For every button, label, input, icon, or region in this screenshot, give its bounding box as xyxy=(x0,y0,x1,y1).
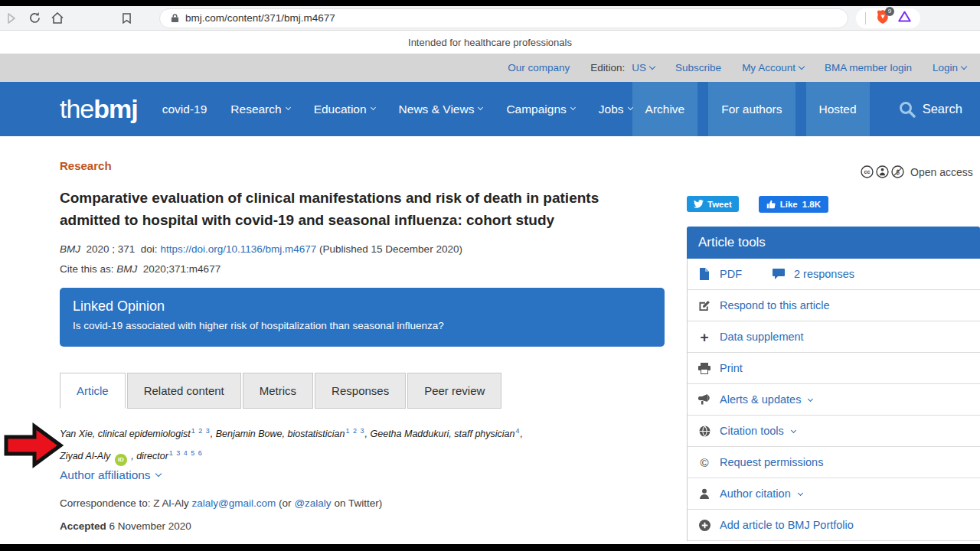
journal-name: BMJ xyxy=(60,243,80,255)
data-supplement-link[interactable]: + Data supplement xyxy=(697,330,804,344)
subscribe-link[interactable]: Subscribe xyxy=(675,62,721,73)
author-2-affiliation-sups[interactable]: 1 2 3 xyxy=(346,427,365,435)
globe-icon xyxy=(699,425,710,437)
address-bar[interactable]: bmj.com/content/371/bmj.m4677 xyxy=(159,8,848,28)
article-tools-panel: Article tools PDF 2 responses Respond to… xyxy=(687,227,980,541)
thumbs-up-icon xyxy=(766,200,776,209)
year-volume: 2020 ; 371 xyxy=(87,243,136,255)
annotation-arrow-icon xyxy=(3,422,64,468)
tweet-button[interactable]: Tweet xyxy=(687,196,739,212)
author-1-affiliation-sups[interactable]: 1 2 3 xyxy=(191,427,211,435)
login-label: Login xyxy=(933,62,958,73)
nav-news-views[interactable]: News & Views xyxy=(399,103,483,116)
tools-row-alerts: Alerts & updates xyxy=(688,384,980,416)
article-tabs: Article Related content Metrics Response… xyxy=(60,373,501,409)
bma-member-login-link[interactable]: BMA member login xyxy=(825,62,912,73)
logo-bmj: bmj xyxy=(93,94,137,123)
chevron-down-icon xyxy=(649,63,655,69)
my-account-dropdown[interactable]: My Account xyxy=(742,62,804,73)
author-4-name: Ziyad Al-Aly xyxy=(60,451,110,461)
utility-nav: Our company Edition: US Subscribe My Acc… xyxy=(0,54,980,82)
pdf-label: PDF xyxy=(720,268,742,280)
author-4-role: , director xyxy=(131,451,168,461)
author-affiliations-toggle[interactable]: Author affiliations xyxy=(60,468,161,482)
tab-related-content[interactable]: Related content xyxy=(127,373,241,409)
tools-row-author-citation: Author citation xyxy=(688,478,980,510)
tab-peer-review[interactable]: Peer review xyxy=(407,373,501,409)
alerts-updates-dropdown[interactable]: Alerts & updates xyxy=(697,393,812,406)
tools-row-respond: Respond to this article xyxy=(688,290,980,321)
correspondence-twitter-link[interactable]: @zalaly xyxy=(294,497,331,509)
author-3-name: Geetha Maddukuri, staff physician xyxy=(371,429,515,439)
speech-bubble-icon xyxy=(773,269,785,279)
forward-button[interactable] xyxy=(0,8,23,29)
search-button[interactable]: Search xyxy=(899,101,962,118)
orcid-icon[interactable]: iD xyxy=(115,454,127,466)
nav-covid19[interactable]: covid-19 xyxy=(162,103,207,116)
share-row: Tweet Like 1.8K xyxy=(687,196,828,213)
published-date: (Published 15 December 2020) xyxy=(319,243,462,255)
pdf-link[interactable]: PDF xyxy=(697,268,742,280)
shield-extension-button[interactable]: 9 xyxy=(877,10,889,27)
url-text: bmj.com/content/371/bmj.m4677 xyxy=(185,12,335,24)
facebook-like-button[interactable]: Like 1.8K xyxy=(759,196,828,213)
nav-campaigns[interactable]: Campaigns xyxy=(506,103,574,116)
reload-icon xyxy=(29,12,41,24)
tools-row-portfolio: Add article to BMJ Portfolio xyxy=(688,510,980,541)
doi-link[interactable]: https://doi.org/10.1136/bmj.m4677 xyxy=(160,243,316,255)
cite-as-line: Cite this as: BMJ 2020;371:m4677 xyxy=(60,263,220,275)
correspondence-mid: (or xyxy=(279,497,292,509)
home-icon xyxy=(51,12,64,24)
tools-row-pdf-responses: PDF 2 responses xyxy=(688,259,980,290)
section-label[interactable]: Research xyxy=(60,159,112,172)
hcp-banner: Intended for healthcare professionals xyxy=(0,31,980,54)
like-count: 1.8K xyxy=(802,200,821,209)
nav-education[interactable]: Education xyxy=(314,103,375,116)
author-2: Benjamin Bowe, biostatistician1 2 3, xyxy=(216,429,371,439)
bookmark-button[interactable] xyxy=(115,8,138,29)
home-button[interactable] xyxy=(46,8,69,29)
nav-hosted[interactable]: Hosted xyxy=(806,82,870,136)
nav-archive[interactable]: Archive xyxy=(632,82,698,136)
logo-the: the xyxy=(60,94,93,123)
edition-dropdown[interactable]: Edition: US xyxy=(590,62,655,73)
citation-tools-dropdown[interactable]: Citation tools xyxy=(697,425,795,437)
nav-boxes: Archive For authors Hosted xyxy=(632,82,870,136)
chevron-down-icon xyxy=(155,471,161,477)
top-letterbox xyxy=(0,0,980,6)
chevron-down-icon xyxy=(570,105,576,110)
nav-research[interactable]: Research xyxy=(230,103,289,116)
subscribe-label: Subscribe xyxy=(675,62,721,73)
nav-research-label: Research xyxy=(230,103,281,116)
login-dropdown[interactable]: Login xyxy=(933,62,966,73)
brave-logo-button[interactable] xyxy=(898,11,911,25)
chevron-down-icon xyxy=(371,105,376,110)
print-link[interactable]: Print xyxy=(697,362,743,374)
author-citation-dropdown[interactable]: Author citation xyxy=(697,487,802,500)
our-company-link[interactable]: Our company xyxy=(508,62,570,73)
nav-for-authors-label: For authors xyxy=(721,103,782,116)
add-to-portfolio-link[interactable]: Add article to BMJ Portfolio xyxy=(697,519,854,531)
reload-button[interactable] xyxy=(23,8,46,29)
author-4-affiliation-sups[interactable]: 1 3 4 5 6 xyxy=(169,449,203,457)
like-label: Like xyxy=(780,200,798,209)
request-permissions-link[interactable]: © Request permissions xyxy=(697,456,823,468)
nav-for-authors[interactable]: For authors xyxy=(708,82,795,136)
separator: , xyxy=(365,429,371,439)
linked-opinion-box[interactable]: Linked Opinion Is covid-19 associated wi… xyxy=(60,288,665,347)
responses-link[interactable]: 2 responses xyxy=(771,268,854,280)
correspondence-suffix: on Twitter) xyxy=(334,497,382,509)
bmj-logo[interactable]: thebmj xyxy=(60,94,138,124)
tools-row-data-supplement: + Data supplement xyxy=(688,321,980,353)
tab-metrics[interactable]: Metrics xyxy=(243,373,313,409)
respond-link[interactable]: Respond to this article xyxy=(697,299,829,311)
tab-article[interactable]: Article xyxy=(60,373,126,409)
pencil-square-icon xyxy=(698,300,710,311)
author-list: Yan Xie, clinical epidemiologist1 2 3, B… xyxy=(60,423,588,468)
nav-jobs[interactable]: Jobs xyxy=(599,103,632,116)
tab-responses[interactable]: Responses xyxy=(315,373,406,409)
plus-icon: + xyxy=(700,330,708,344)
browser-toolbar: bmj.com/content/371/bmj.m4677 9 xyxy=(0,6,980,31)
correspondence-email-link[interactable]: zalaly@gmail.com xyxy=(192,497,276,509)
linked-opinion-text: Is covid-19 associated with higher risk … xyxy=(73,320,652,331)
